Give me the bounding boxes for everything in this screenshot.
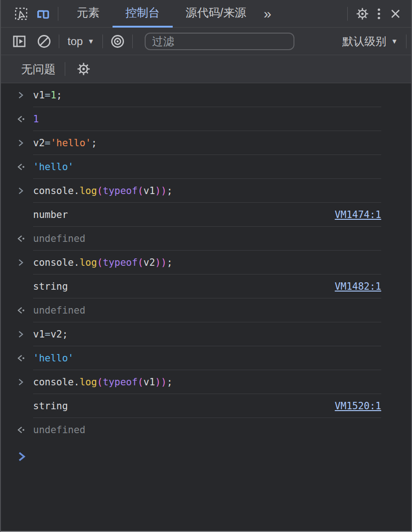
code-token: console. bbox=[33, 185, 79, 196]
console-sidebar-icon bbox=[12, 34, 27, 49]
console-log: stringVM1482:1 bbox=[1, 275, 411, 298]
clear-console-icon bbox=[36, 34, 52, 49]
chevron-down-icon: ▼ bbox=[391, 37, 398, 45]
chevron-right-icon bbox=[17, 258, 25, 267]
return-value-icon bbox=[17, 163, 26, 171]
code-token: ; bbox=[167, 185, 173, 196]
code-token: ; bbox=[167, 257, 173, 268]
source-location-link[interactable]: VM1482:1 bbox=[335, 281, 381, 292]
eye-icon bbox=[109, 33, 126, 50]
code-token: ) bbox=[161, 377, 167, 388]
code-token: typeof bbox=[103, 185, 138, 196]
devtools-tab-bar: 元素 控制台 源代码/来源 » bbox=[1, 0, 411, 28]
code-token: ) bbox=[161, 185, 167, 196]
settings-gear-icon bbox=[76, 61, 91, 77]
code-token: v2 bbox=[143, 257, 155, 268]
settings-gear-icon bbox=[355, 6, 370, 21]
code-token: ( bbox=[97, 377, 103, 388]
more-tabs-button[interactable]: » bbox=[259, 7, 276, 21]
code-token: 'hello' bbox=[33, 353, 74, 364]
divider bbox=[65, 62, 65, 76]
code-token: console. bbox=[33, 257, 79, 268]
context-label: top bbox=[68, 35, 83, 48]
chevron-right-icon bbox=[17, 187, 25, 195]
device-toolbar-icon bbox=[36, 6, 51, 21]
chevron-right-icon bbox=[17, 378, 25, 386]
chevron-right-icon bbox=[17, 91, 25, 99]
console-messages[interactable]: v1 = 1;1v2 = 'hello';'hello'console.log(… bbox=[1, 83, 411, 503]
code-token: v2 bbox=[51, 329, 62, 340]
console-prompt[interactable] bbox=[1, 445, 411, 469]
console-result: undefined bbox=[1, 418, 411, 442]
code-token: undefined bbox=[33, 305, 85, 316]
console-log: stringVM1520:1 bbox=[1, 394, 411, 418]
divider bbox=[59, 34, 59, 48]
tab-sources[interactable]: 源代码/来源 bbox=[173, 0, 259, 28]
code-token: ( bbox=[138, 377, 144, 388]
toggle-device-toolbar-button[interactable] bbox=[34, 5, 52, 23]
chevron-down-icon: ▼ bbox=[87, 37, 94, 45]
code-token: v1 bbox=[33, 90, 45, 101]
tab-console[interactable]: 控制台 bbox=[113, 0, 173, 28]
code-token: typeof bbox=[103, 257, 138, 268]
return-value-icon bbox=[17, 235, 26, 243]
inspect-element-button[interactable] bbox=[12, 5, 30, 23]
code-token: = bbox=[45, 329, 51, 340]
code-token: undefined bbox=[33, 233, 85, 244]
issues-counter[interactable]: 无问题 bbox=[21, 62, 56, 77]
console-log: numberVM1474:1 bbox=[1, 203, 411, 227]
customize-devtools-button[interactable] bbox=[372, 5, 386, 23]
code-token: = bbox=[45, 137, 51, 149]
divider bbox=[347, 7, 348, 21]
source-location-link[interactable]: VM1474:1 bbox=[335, 209, 381, 220]
clear-console-button[interactable] bbox=[35, 32, 53, 51]
source-location-link[interactable]: VM1520:1 bbox=[335, 400, 381, 412]
settings-button[interactable] bbox=[353, 5, 372, 23]
code-token: ( bbox=[138, 185, 144, 196]
code-token: v1 bbox=[143, 377, 155, 388]
return-value-icon bbox=[17, 426, 26, 434]
code-token: string bbox=[33, 281, 68, 292]
console-status-bar: 无问题 bbox=[1, 55, 411, 83]
code-token: number bbox=[33, 209, 68, 220]
code-token: 1 bbox=[51, 90, 56, 101]
code-token: ( bbox=[97, 185, 103, 196]
divider bbox=[58, 7, 58, 21]
console-command: v1 = 1; bbox=[1, 83, 411, 107]
log-level-label: 默认级别 bbox=[342, 34, 386, 49]
code-token: typeof bbox=[103, 377, 138, 388]
code-token: ; bbox=[56, 90, 62, 101]
divider bbox=[102, 34, 103, 48]
prompt-chevron-icon bbox=[17, 452, 27, 462]
console-command: console.log(typeof(v1)); bbox=[1, 179, 411, 203]
divider bbox=[406, 34, 406, 48]
code-token: ; bbox=[167, 377, 173, 388]
code-token: undefined bbox=[33, 424, 85, 435]
close-devtools-button[interactable] bbox=[386, 5, 405, 23]
code-token: log bbox=[79, 185, 97, 196]
code-token: ) bbox=[155, 185, 161, 196]
return-value-icon bbox=[17, 306, 26, 315]
log-level-selector[interactable]: 默认级别 ▼ bbox=[339, 34, 401, 49]
show-console-sidebar-button[interactable] bbox=[10, 32, 28, 51]
chevron-right-icon bbox=[17, 330, 25, 338]
console-settings-button[interactable] bbox=[74, 60, 93, 78]
code-token: ( bbox=[138, 257, 144, 268]
code-token: 'hello' bbox=[33, 161, 74, 172]
code-token: log bbox=[79, 377, 97, 388]
code-token: ) bbox=[155, 377, 161, 388]
code-token: ; bbox=[91, 137, 97, 149]
code-token: ; bbox=[62, 329, 68, 340]
return-value-icon bbox=[17, 354, 26, 362]
code-token: console. bbox=[33, 377, 79, 388]
code-token: log bbox=[79, 257, 97, 268]
code-token: ) bbox=[155, 257, 161, 268]
code-token: string bbox=[33, 400, 68, 412]
javascript-context-selector[interactable]: top ▼ bbox=[65, 35, 97, 48]
code-token: v1 bbox=[33, 329, 45, 340]
filter-input[interactable] bbox=[145, 33, 294, 50]
code-token: v2 bbox=[33, 137, 45, 149]
code-token: 'hello' bbox=[51, 137, 91, 149]
create-live-expression-button[interactable] bbox=[108, 32, 127, 51]
tab-elements[interactable]: 元素 bbox=[64, 0, 113, 28]
